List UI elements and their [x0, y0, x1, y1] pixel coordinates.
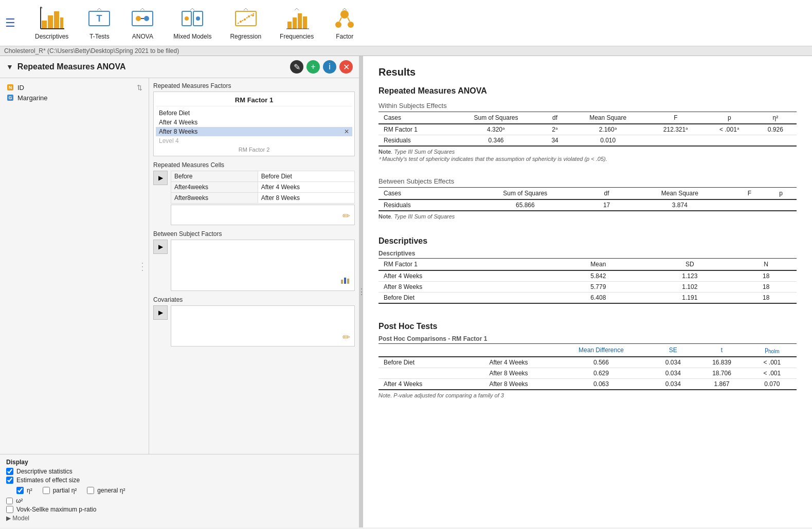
regression-icon [233, 6, 258, 31]
rm-factors-section: Repeated Measures Factors RM Factor 1 Be… [153, 82, 355, 156]
desc-row2-mean: 5.779 [552, 282, 644, 293]
ph-row2-p: < .001 [748, 368, 797, 379]
panel-info-btn[interactable]: i [323, 60, 336, 74]
panel-add-btn[interactable]: + [306, 60, 320, 74]
svg-rect-32 [293, 17, 297, 29]
rm-factor2-label: RM Factor 2 [156, 145, 352, 154]
toolbar-frequencies[interactable]: Frequencies [280, 6, 314, 40]
cell-row1-col2: Before Diet [258, 171, 354, 182]
effect-size-checkbox[interactable] [6, 477, 13, 484]
toolbar-factor-label: Factor [336, 33, 353, 40]
descriptive-stats-row: Descriptive statistics [6, 468, 353, 475]
th-f-within: F [647, 112, 705, 124]
th-ph-pholm: pholm [748, 344, 797, 357]
ph-row2-se: 0.034 [651, 368, 696, 379]
toolbar-factor[interactable]: Factor [332, 6, 357, 40]
factor-level4[interactable]: Level 4 [156, 136, 352, 145]
titlebar: Cholesterol_R* (C:\Users\Betty\Desktop\S… [0, 46, 812, 56]
sort-icon[interactable]: ⇅ [137, 84, 142, 92]
desc-row2-factor: After 8 Weeks [378, 282, 552, 293]
toolbar-anova[interactable]: ANOVA [130, 6, 155, 40]
remove-level-btn[interactable]: ✕ [344, 128, 349, 135]
covariates-arrow-btn[interactable]: ▶ [153, 305, 168, 320]
th-ss-within: Sum of Squares [451, 112, 540, 124]
toolbar-descriptives[interactable]: Descriptives [35, 6, 68, 40]
within-row1-p: < .001ᵃ [705, 124, 754, 135]
rm-cells-label: Repeated Measures Cells [153, 161, 355, 169]
svg-point-25 [240, 21, 242, 23]
ph-row2-md: 0.629 [552, 368, 650, 379]
within-row2-f [647, 135, 705, 147]
variable-id[interactable]: N ID ⇅ [4, 82, 145, 93]
svg-text:G: G [8, 95, 12, 100]
ph-row3-se: 0.034 [651, 379, 696, 390]
svg-line-37 [297, 8, 299, 10]
within-subjects-label: Within Subjects Effects [378, 102, 797, 110]
eta2-checkbox[interactable] [16, 487, 24, 494]
model-label[interactable]: ▶ Model [6, 515, 29, 522]
between-row1-p [765, 199, 797, 211]
descriptive-stats-checkbox[interactable] [6, 468, 13, 475]
within-row1-ms: 2.160ᵃ [569, 124, 647, 135]
partial-eta2-row: partial η² [43, 487, 77, 494]
table-row: After4weeks After 4 Weeks [171, 182, 355, 193]
within-row2-p [705, 135, 754, 147]
between-arrow-btn[interactable]: ▶ [153, 240, 168, 254]
svg-line-9 [97, 8, 99, 10]
hamburger-menu[interactable]: ☰ [5, 16, 15, 30]
svg-point-39 [335, 22, 341, 28]
toolbar-mixed-models[interactable]: Mixed Models [173, 6, 211, 40]
toolbar-regression[interactable]: Regression [230, 6, 261, 40]
within-row1-df: 2ᵃ [541, 124, 569, 135]
th-ph-md: Mean Difference [552, 344, 650, 357]
within-row1-ss: 4.320ᵃ [451, 124, 540, 135]
cell-row3-col1: After8weeks [171, 193, 258, 204]
svg-line-36 [295, 8, 297, 10]
ph-row3-md: 0.063 [552, 379, 650, 390]
toolbar-regression-label: Regression [230, 33, 261, 40]
factor-icon [332, 6, 357, 31]
variable-margarine[interactable]: G Margarine [4, 93, 145, 103]
general-eta2-checkbox[interactable] [87, 487, 94, 494]
file-path: (C:\Users\Betty\Desktop\Spring 2021 to b… [47, 47, 179, 54]
toolbar-frequencies-label: Frequencies [280, 33, 314, 40]
panel-header: ▼ Repeated Measures ANOVA ✎ + i ✕ [0, 56, 359, 78]
within-row1-f: 212.321ᵃ [647, 124, 705, 135]
svg-rect-50 [344, 278, 346, 284]
collapse-triangle[interactable]: ▼ [6, 63, 13, 71]
th-factor-desc: RM Factor 1 [378, 259, 552, 271]
svg-rect-1 [48, 15, 53, 29]
partial-eta2-checkbox[interactable] [43, 487, 50, 494]
svg-line-21 [190, 8, 192, 10]
factor-level-after4[interactable]: After 4 Weeks [156, 118, 352, 127]
th-p-within: p [705, 112, 754, 124]
nominal-icon: N [6, 83, 14, 92]
descriptives-sub-header: Descriptives [378, 250, 797, 257]
eta2-label: η² [27, 487, 32, 494]
toolbar-ttests[interactable]: T T-Tests [87, 6, 112, 40]
cells-arrow-btn[interactable]: ▶ [153, 171, 168, 185]
panel-edit-btn[interactable]: ✎ [290, 60, 303, 74]
ttest-icon: T [87, 6, 112, 31]
drag-handle[interactable]: ⋮ [137, 260, 148, 272]
rm-cells-section: Repeated Measures Cells ▶ Before Before … [153, 161, 355, 225]
covariates-drop-area: ✏ [171, 305, 355, 346]
rm-factor-box: RM Factor 1 Before Diet After 4 Weeks Af… [153, 92, 355, 156]
ph-row2-r1 [378, 368, 465, 379]
effect-size-options: η² partial η² general η² [16, 485, 353, 496]
desc-row1-sd: 1.123 [644, 270, 735, 282]
omega2-checkbox[interactable] [6, 498, 13, 504]
cell-row1-col1: Before [171, 171, 258, 182]
svg-rect-34 [303, 16, 307, 29]
desc-row3-n: 18 [735, 293, 797, 304]
omega2-label: ω² [16, 497, 23, 504]
factor-level-before-diet[interactable]: Before Diet [156, 108, 352, 118]
toolbar-mixed-models-label: Mixed Models [173, 33, 211, 40]
factor-level-after8[interactable]: After 8 Weeks ✕ [156, 127, 352, 136]
ph-row3-r1: After 4 Weeks [378, 379, 465, 390]
between-subjects-results-label: Between Subjects Effects [378, 177, 797, 185]
vovk-checkbox[interactable] [6, 506, 13, 513]
omega2-row: ω² [6, 497, 353, 504]
panel-close-btn[interactable]: ✕ [339, 60, 353, 74]
between-subjects-label: Between Subject Factors [153, 230, 355, 238]
